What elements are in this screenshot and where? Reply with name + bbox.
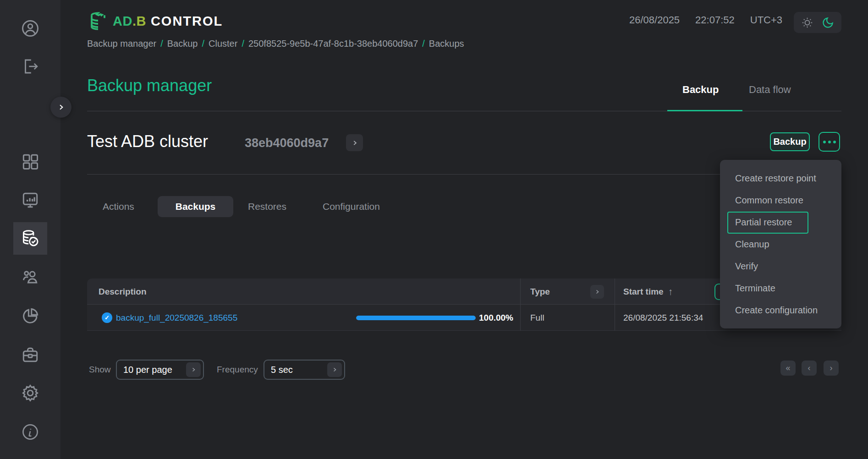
menu-item-common-restore[interactable]: Common restore	[720, 189, 841, 211]
column-header-start-time[interactable]: Start time ↑	[623, 279, 673, 305]
page-size-select[interactable]: 10 per page	[116, 360, 204, 380]
type-filter-expand-button[interactable]	[590, 285, 604, 299]
tab-actions[interactable]: Actions	[103, 196, 134, 217]
menu-item-verify[interactable]: Verify	[720, 255, 841, 277]
menu-item-partial-restore[interactable]: Partial restore	[720, 211, 841, 233]
cluster-id: 38eb4060d9a7	[245, 136, 329, 150]
backup-manager-app: AD.BCONTROL 26/08/2025 22:07:52 UTC+3 Ba…	[0, 0, 868, 459]
breadcrumb-separator: /	[160, 38, 163, 49]
timezone: UTC+3	[750, 14, 782, 26]
logo-part-ad: AD	[113, 14, 132, 29]
logo-part-control: CONTROL	[151, 14, 223, 29]
breadcrumb-separator: /	[422, 38, 425, 49]
backup-start-time-cell: 26/08/2025 21:56:34	[623, 305, 703, 331]
frequency-select[interactable]: 5 sec	[264, 360, 345, 380]
current-time: 22:07:52	[695, 14, 735, 26]
backup-button[interactable]: Backup	[770, 132, 810, 151]
pagination-prev-button[interactable]: ‹	[802, 361, 817, 376]
current-date: 26/08/2025	[629, 14, 680, 26]
sidebar	[0, 0, 60, 459]
menu-item-create-restore-point[interactable]: Create restore point	[720, 167, 841, 189]
breadcrumb-cluster[interactable]: Cluster	[209, 38, 237, 49]
datetime-display: 26/08/2025 22:07:52 UTC+3	[629, 14, 782, 26]
users-icon[interactable]	[20, 267, 40, 287]
backup-type-cell: Full	[530, 305, 544, 331]
backup-progress-percent: 100.00%	[479, 305, 513, 331]
tab-backups-active[interactable]: Backups	[158, 196, 233, 217]
pagination-first-button[interactable]: «	[780, 361, 796, 376]
menu-item-cleanup[interactable]: Cleanup	[720, 233, 841, 255]
logout-icon[interactable]	[21, 57, 40, 76]
more-actions-button[interactable]	[819, 132, 840, 152]
breadcrumb-separator: /	[202, 38, 204, 49]
breadcrumb-backup-manager[interactable]: Backup manager	[87, 38, 156, 49]
column-divider	[615, 279, 615, 331]
info-icon[interactable]	[20, 422, 40, 442]
chevron-down-icon[interactable]	[327, 362, 342, 377]
active-tab-underline	[667, 110, 742, 111]
cluster-name: Test ADB cluster	[87, 132, 208, 151]
monitoring-icon[interactable]	[20, 190, 40, 210]
column-header-type: Type	[530, 279, 550, 305]
sidebar-expand-button[interactable]	[50, 97, 71, 118]
breadcrumb: Backup manager / Backup / Cluster / 250f…	[87, 38, 464, 49]
sidebar-item-backup-active[interactable]	[13, 222, 47, 255]
tab-data-flow[interactable]: Data flow	[749, 84, 791, 96]
column-divider	[520, 279, 521, 331]
pie-chart-icon[interactable]	[20, 306, 40, 326]
show-label: Show	[89, 360, 111, 380]
tab-restores[interactable]: Restores	[248, 196, 286, 217]
breadcrumb-backup[interactable]: Backup	[167, 38, 198, 49]
breadcrumb-backups[interactable]: Backups	[429, 38, 464, 49]
tab-configuration[interactable]: Configuration	[323, 196, 380, 217]
backup-name-link[interactable]: backup_full_20250826_185655	[116, 305, 237, 331]
logo-database-icon	[87, 10, 109, 32]
logo-text: AD.BCONTROL	[113, 14, 223, 29]
column-header-description: Description	[99, 279, 147, 305]
apps-grid-icon[interactable]	[20, 152, 40, 172]
sort-ascending-icon[interactable]: ↑	[668, 286, 673, 297]
chevron-down-icon[interactable]	[186, 362, 201, 377]
backup-success-icon: ✓	[102, 312, 112, 323]
page-title: Backup manager	[87, 76, 212, 95]
frequency-label: Frequency	[217, 360, 258, 380]
pagination-next-button[interactable]: ›	[824, 361, 839, 376]
app-logo[interactable]: AD.BCONTROL	[87, 10, 223, 32]
theme-toggle	[794, 12, 841, 33]
actions-dropdown-menu: Create restore point Common restore Part…	[720, 160, 841, 328]
cluster-expand-button[interactable]	[346, 134, 363, 151]
tab-backup[interactable]: Backup	[682, 84, 719, 96]
menu-item-terminate[interactable]: Terminate	[720, 277, 841, 299]
breadcrumb-separator: /	[242, 38, 244, 49]
dark-theme-moon-icon[interactable]	[822, 16, 834, 29]
settings-gear-icon[interactable]	[20, 383, 40, 403]
breadcrumb-cluster-id[interactable]: 250f8525-9e5b-47af-8c1b-38eb4060d9a7	[248, 38, 418, 49]
backup-progress-bar	[356, 316, 476, 320]
menu-item-create-configuration[interactable]: Create configuration	[720, 299, 841, 321]
jobs-briefcase-icon[interactable]	[20, 345, 40, 365]
light-theme-sun-icon[interactable]	[801, 16, 813, 29]
logo-part-b: .B	[132, 14, 146, 29]
user-profile-icon[interactable]	[20, 18, 40, 38]
